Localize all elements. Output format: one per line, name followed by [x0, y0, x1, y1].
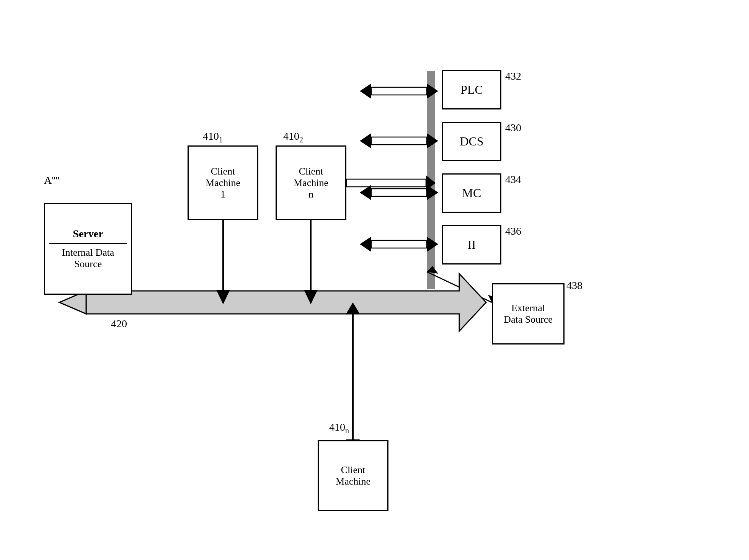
label-432: 432 — [505, 70, 521, 82]
label-438: 438 — [566, 279, 583, 292]
client1-label-line1: Client — [211, 166, 235, 177]
arrow-mc-line — [371, 189, 427, 196]
label-430: 430 — [505, 122, 521, 134]
external-box: External Data Source — [492, 283, 565, 344]
label-410-n-sub: n — [345, 426, 349, 435]
client2-label-line3: n — [308, 189, 313, 200]
client2-label-line2: Machine — [294, 177, 328, 189]
label-436: 436 — [505, 225, 521, 237]
server-label-line1: Server — [73, 228, 103, 240]
label-410-2: 4102 — [283, 130, 303, 144]
arrow-client2-bus-line — [346, 179, 426, 187]
client1-box: Client Machine 1 — [188, 145, 258, 220]
clientn-label-line1: Client — [341, 464, 366, 476]
label-a-prime: A'''' — [44, 174, 59, 186]
clientn-label-line2: Machine — [336, 476, 370, 487]
dcs-box: DCS — [442, 122, 501, 161]
plc-box: PLC — [442, 70, 501, 109]
arrow-plc-left — [360, 83, 371, 99]
arrow-dcs-line — [371, 137, 427, 145]
mc-box: MC — [442, 173, 501, 213]
server-label-line3: Source — [74, 258, 102, 270]
arrow-ii-left — [360, 237, 371, 252]
plc-label: PLC — [460, 83, 483, 97]
arrow-plc-line — [371, 87, 427, 95]
label-410-1: 4101 — [203, 130, 223, 144]
external-label-line1: External — [511, 302, 545, 314]
arrow-dcs-left — [360, 133, 371, 149]
client2-label-line1: Client — [299, 166, 323, 177]
dcs-label: DCS — [460, 134, 483, 149]
diagram-container: Server Internal Data Source Client Machi… — [0, 0, 749, 560]
server-label-line2: Internal Data — [62, 247, 114, 258]
server-divider — [49, 243, 127, 244]
label-410-2-sub: 2 — [299, 136, 303, 144]
ii-label: II — [468, 238, 476, 252]
external-label-line2: Data Source — [504, 314, 553, 325]
large-arrow-right — [86, 274, 486, 331]
label-420: 420 — [111, 318, 127, 330]
clientn-box: Client Machine — [318, 440, 388, 511]
ii-box: II — [442, 225, 501, 264]
mc-label: MC — [462, 186, 481, 200]
label-410-1-sub: 1 — [219, 136, 223, 144]
client1-label-line3: 1 — [220, 189, 225, 200]
client2-box: Client Machine n — [276, 145, 346, 220]
label-410-n: 410n — [329, 421, 349, 435]
label-434: 434 — [505, 173, 521, 186]
arrow-ii-line — [371, 240, 427, 248]
server-box: Server Internal Data Source — [44, 203, 132, 295]
client1-label-line2: Machine — [206, 177, 240, 189]
